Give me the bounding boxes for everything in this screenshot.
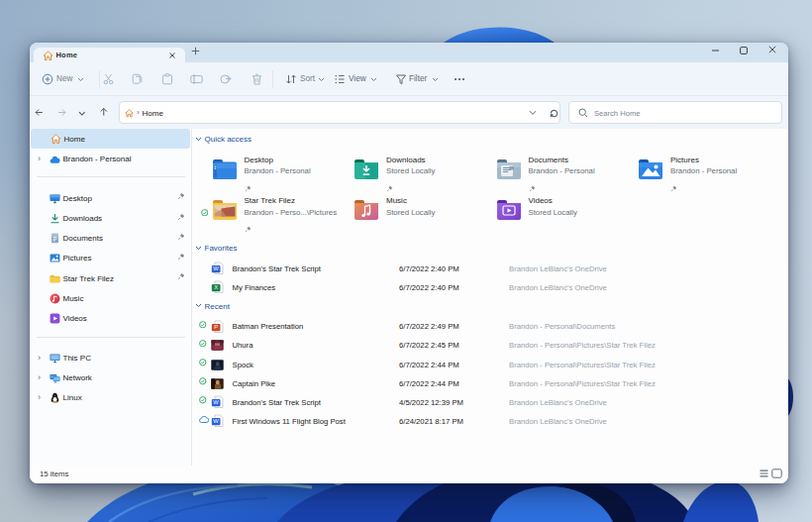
svg-text:W: W	[213, 419, 219, 425]
svg-text:W: W	[213, 266, 219, 272]
svg-text:P: P	[214, 324, 218, 330]
svg-text:W: W	[213, 400, 219, 406]
svg-text:X: X	[214, 285, 218, 291]
